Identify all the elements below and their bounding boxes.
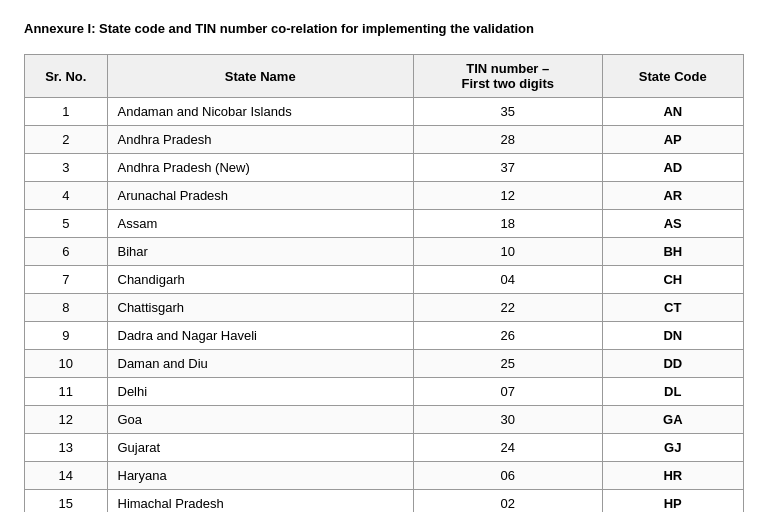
header-tin: TIN number –First two digits xyxy=(413,55,602,98)
cell-statecode: HP xyxy=(602,490,743,512)
cell-srno: 14 xyxy=(25,462,108,490)
cell-srno: 9 xyxy=(25,322,108,350)
table-row: 11Delhi07DL xyxy=(25,378,744,406)
cell-tin: 25 xyxy=(413,350,602,378)
table-row: 9Dadra and Nagar Haveli26DN xyxy=(25,322,744,350)
table-row: 15Himachal Pradesh02HP xyxy=(25,490,744,512)
table-row: 7Chandigarh04CH xyxy=(25,266,744,294)
state-code-table: Sr. No. State Name TIN number –First two… xyxy=(24,54,744,512)
cell-srno: 10 xyxy=(25,350,108,378)
cell-statecode: CT xyxy=(602,294,743,322)
cell-srno: 11 xyxy=(25,378,108,406)
cell-tin: 22 xyxy=(413,294,602,322)
cell-statecode: BH xyxy=(602,238,743,266)
cell-tin: 26 xyxy=(413,322,602,350)
cell-srno: 15 xyxy=(25,490,108,512)
cell-statename: Arunachal Pradesh xyxy=(107,182,413,210)
cell-tin: 24 xyxy=(413,434,602,462)
cell-statecode: HR xyxy=(602,462,743,490)
cell-statecode: AD xyxy=(602,154,743,182)
cell-srno: 1 xyxy=(25,98,108,126)
cell-statename: Delhi xyxy=(107,378,413,406)
cell-srno: 2 xyxy=(25,126,108,154)
cell-statename: Goa xyxy=(107,406,413,434)
cell-tin: 06 xyxy=(413,462,602,490)
table-row: 6Bihar10BH xyxy=(25,238,744,266)
cell-statecode: GJ xyxy=(602,434,743,462)
cell-statename: Andaman and Nicobar Islands xyxy=(107,98,413,126)
table-row: 13Gujarat24GJ xyxy=(25,434,744,462)
cell-tin: 35 xyxy=(413,98,602,126)
cell-tin: 12 xyxy=(413,182,602,210)
header-statecode: State Code xyxy=(602,55,743,98)
cell-tin: 10 xyxy=(413,238,602,266)
cell-statecode: AS xyxy=(602,210,743,238)
cell-statename: Gujarat xyxy=(107,434,413,462)
cell-statename: Chattisgarh xyxy=(107,294,413,322)
cell-statecode: AR xyxy=(602,182,743,210)
cell-srno: 3 xyxy=(25,154,108,182)
header-statename: State Name xyxy=(107,55,413,98)
table-row: 8Chattisgarh22CT xyxy=(25,294,744,322)
cell-statename: Andhra Pradesh xyxy=(107,126,413,154)
table-row: 4Arunachal Pradesh12AR xyxy=(25,182,744,210)
cell-statename: Daman and Diu xyxy=(107,350,413,378)
cell-statename: Chandigarh xyxy=(107,266,413,294)
cell-tin: 02 xyxy=(413,490,602,512)
cell-srno: 6 xyxy=(25,238,108,266)
cell-statename: Himachal Pradesh xyxy=(107,490,413,512)
table-row: 10Daman and Diu25DD xyxy=(25,350,744,378)
cell-tin: 30 xyxy=(413,406,602,434)
page-title: Annexure I: State code and TIN number co… xyxy=(24,20,744,38)
cell-statecode: DN xyxy=(602,322,743,350)
table-row: 1Andaman and Nicobar Islands35AN xyxy=(25,98,744,126)
cell-statecode: AP xyxy=(602,126,743,154)
cell-tin: 37 xyxy=(413,154,602,182)
table-row: 2Andhra Pradesh28AP xyxy=(25,126,744,154)
cell-srno: 7 xyxy=(25,266,108,294)
cell-srno: 5 xyxy=(25,210,108,238)
cell-statecode: GA xyxy=(602,406,743,434)
cell-statename: Dadra and Nagar Haveli xyxy=(107,322,413,350)
cell-srno: 13 xyxy=(25,434,108,462)
cell-statename: Andhra Pradesh (New) xyxy=(107,154,413,182)
cell-statecode: CH xyxy=(602,266,743,294)
table-row: 12Goa30GA xyxy=(25,406,744,434)
cell-srno: 12 xyxy=(25,406,108,434)
cell-srno: 4 xyxy=(25,182,108,210)
cell-srno: 8 xyxy=(25,294,108,322)
cell-statecode: DD xyxy=(602,350,743,378)
cell-statecode: DL xyxy=(602,378,743,406)
cell-statename: Bihar xyxy=(107,238,413,266)
cell-tin: 04 xyxy=(413,266,602,294)
table-row: 3Andhra Pradesh (New)37AD xyxy=(25,154,744,182)
cell-statename: Haryana xyxy=(107,462,413,490)
cell-tin: 07 xyxy=(413,378,602,406)
cell-statename: Assam xyxy=(107,210,413,238)
cell-statecode: AN xyxy=(602,98,743,126)
cell-tin: 28 xyxy=(413,126,602,154)
cell-tin: 18 xyxy=(413,210,602,238)
header-srno: Sr. No. xyxy=(25,55,108,98)
table-row: 5Assam18AS xyxy=(25,210,744,238)
table-row: 14Haryana06HR xyxy=(25,462,744,490)
